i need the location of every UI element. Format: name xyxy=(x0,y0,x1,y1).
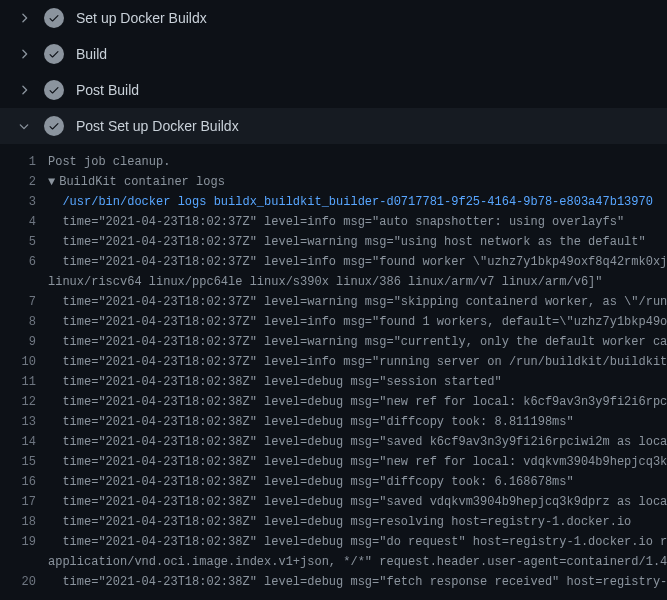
log-line: 11 time="2021-04-23T18:02:38Z" level=deb… xyxy=(0,372,667,392)
line-content: /usr/bin/docker logs buildx_buildkit_bui… xyxy=(48,192,653,212)
line-content: ▼BuildKit container logs xyxy=(48,172,225,192)
check-circle-icon xyxy=(44,44,64,64)
line-content: time="2021-04-23T18:02:38Z" level=debug … xyxy=(48,492,667,512)
log-line: 7 time="2021-04-23T18:02:37Z" level=warn… xyxy=(0,292,667,312)
line-content: time="2021-04-23T18:02:37Z" level=warnin… xyxy=(48,232,646,252)
step-name: Set up Docker Buildx xyxy=(76,10,207,26)
line-content: time="2021-04-23T18:02:38Z" level=debug … xyxy=(48,392,667,412)
step-name: Post Set up Docker Buildx xyxy=(76,118,239,134)
workflow-step[interactable]: Post Set up Docker Buildx xyxy=(0,108,667,144)
chevron-right-icon xyxy=(16,46,32,62)
line-content: time="2021-04-23T18:02:38Z" level=debug … xyxy=(48,432,667,452)
workflow-step[interactable]: Set up Docker Buildx xyxy=(0,0,667,36)
line-content: Post job cleanup. xyxy=(48,152,170,172)
check-circle-icon xyxy=(44,8,64,28)
line-number: 19 xyxy=(0,532,48,552)
line-number: 1 xyxy=(0,152,48,172)
line-number: 16 xyxy=(0,472,48,492)
log-line: 5 time="2021-04-23T18:02:37Z" level=warn… xyxy=(0,232,667,252)
line-content: time="2021-04-23T18:02:37Z" level=warnin… xyxy=(48,292,667,312)
log-line: 2▼BuildKit container logs xyxy=(0,172,667,192)
line-number: 9 xyxy=(0,332,48,352)
line-number: 10 xyxy=(0,352,48,372)
log-line: 4 time="2021-04-23T18:02:37Z" level=info… xyxy=(0,212,667,232)
line-number: 20 xyxy=(0,572,48,592)
line-number: 15 xyxy=(0,452,48,472)
line-number xyxy=(0,552,48,572)
line-content: time="2021-04-23T18:02:38Z" level=debug … xyxy=(48,472,574,492)
fold-arrow-icon[interactable]: ▼ xyxy=(48,175,59,189)
line-number xyxy=(0,272,48,292)
chevron-down-icon xyxy=(16,118,32,134)
line-content: time="2021-04-23T18:02:38Z" level=debug … xyxy=(48,532,667,552)
log-line: 15 time="2021-04-23T18:02:38Z" level=deb… xyxy=(0,452,667,472)
log-line: linux/riscv64 linux/ppc64le linux/s390x … xyxy=(0,272,667,292)
line-number: 17 xyxy=(0,492,48,512)
log-line: 18 time="2021-04-23T18:02:38Z" level=deb… xyxy=(0,512,667,532)
line-number: 11 xyxy=(0,372,48,392)
log-line: 8 time="2021-04-23T18:02:37Z" level=info… xyxy=(0,312,667,332)
log-line: 19 time="2021-04-23T18:02:38Z" level=deb… xyxy=(0,532,667,552)
log-line: 13 time="2021-04-23T18:02:38Z" level=deb… xyxy=(0,412,667,432)
line-number: 14 xyxy=(0,432,48,452)
log-line: 3 /usr/bin/docker logs buildx_buildkit_b… xyxy=(0,192,667,212)
line-number: 3 xyxy=(0,192,48,212)
line-content: time="2021-04-23T18:02:38Z" level=debug … xyxy=(48,512,631,532)
line-content: time="2021-04-23T18:02:38Z" level=debug … xyxy=(48,572,667,592)
log-line: 10 time="2021-04-23T18:02:37Z" level=inf… xyxy=(0,352,667,372)
workflow-step[interactable]: Build xyxy=(0,36,667,72)
log-line: 1Post job cleanup. xyxy=(0,152,667,172)
line-number: 12 xyxy=(0,392,48,412)
line-content: time="2021-04-23T18:02:37Z" level=info m… xyxy=(48,212,624,232)
line-number: 2 xyxy=(0,172,48,192)
line-number: 6 xyxy=(0,252,48,272)
log-line: 6 time="2021-04-23T18:02:37Z" level=info… xyxy=(0,252,667,272)
log-line: 17 time="2021-04-23T18:02:38Z" level=deb… xyxy=(0,492,667,512)
line-number: 4 xyxy=(0,212,48,232)
log-link[interactable]: /usr/bin/docker logs buildx_buildkit_bui… xyxy=(62,195,653,209)
line-content: time="2021-04-23T18:02:37Z" level=info m… xyxy=(48,312,667,332)
check-circle-icon xyxy=(44,80,64,100)
line-number: 7 xyxy=(0,292,48,312)
log-line: 16 time="2021-04-23T18:02:38Z" level=deb… xyxy=(0,472,667,492)
line-content: time="2021-04-23T18:02:37Z" level=warnin… xyxy=(48,332,667,352)
line-content: time="2021-04-23T18:02:38Z" level=debug … xyxy=(48,372,502,392)
line-number: 8 xyxy=(0,312,48,332)
log-line: 12 time="2021-04-23T18:02:38Z" level=deb… xyxy=(0,392,667,412)
chevron-right-icon xyxy=(16,10,32,26)
line-content: time="2021-04-23T18:02:38Z" level=debug … xyxy=(48,412,574,432)
check-circle-icon xyxy=(44,116,64,136)
line-content: time="2021-04-23T18:02:38Z" level=debug … xyxy=(48,452,667,472)
line-number: 5 xyxy=(0,232,48,252)
log-line: 14 time="2021-04-23T18:02:38Z" level=deb… xyxy=(0,432,667,452)
step-name: Post Build xyxy=(76,82,139,98)
step-name: Build xyxy=(76,46,107,62)
line-number: 13 xyxy=(0,412,48,432)
line-content: time="2021-04-23T18:02:37Z" level=info m… xyxy=(48,352,667,372)
line-content: time="2021-04-23T18:02:37Z" level=info m… xyxy=(48,252,667,272)
line-number: 18 xyxy=(0,512,48,532)
log-line: 9 time="2021-04-23T18:02:37Z" level=warn… xyxy=(0,332,667,352)
chevron-right-icon xyxy=(16,82,32,98)
line-content: application/vnd.oci.image.index.v1+json,… xyxy=(48,552,667,572)
log-line: 20 time="2021-04-23T18:02:38Z" level=deb… xyxy=(0,572,667,592)
workflow-step[interactable]: Post Build xyxy=(0,72,667,108)
log-line: application/vnd.oci.image.index.v1+json,… xyxy=(0,552,667,572)
line-content: linux/riscv64 linux/ppc64le linux/s390x … xyxy=(48,272,603,292)
